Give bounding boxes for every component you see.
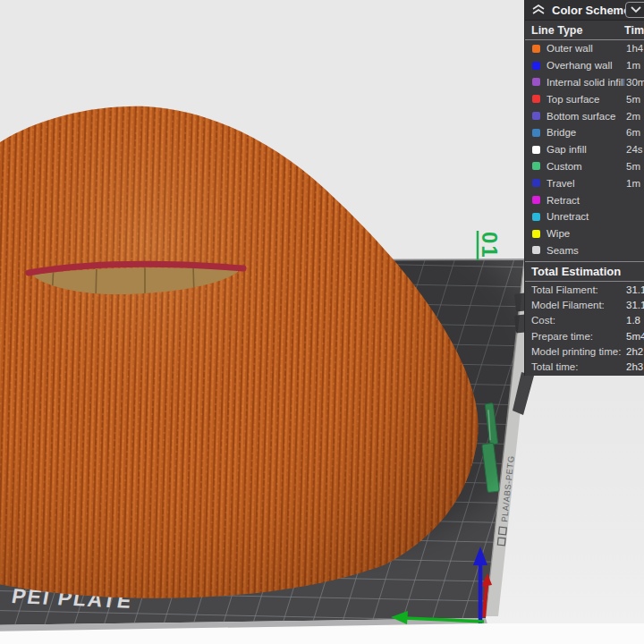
- model-preview[interactable]: [0, 106, 479, 598]
- line-type-row: Travel 1m: [525, 174, 644, 191]
- line-type-row: Custom 5m: [525, 158, 644, 175]
- estimation-row: Total Filament: 31.1: [525, 282, 644, 297]
- estimation-value: 1.8: [624, 315, 640, 326]
- estimation-label: Cost:: [531, 315, 555, 326]
- line-type-color-chip: [532, 230, 540, 238]
- line-type-label: Retract: [547, 195, 580, 206]
- estimation-value: 31.1: [624, 300, 644, 310]
- line-type-color-chip: [532, 162, 540, 170]
- chevron-down-icon: [631, 4, 641, 16]
- line-type-time: 6m: [624, 127, 640, 138]
- line-type-time: 1m: [624, 178, 640, 189]
- line-type-row: Top surface 5m: [525, 90, 644, 107]
- line-type-label: Internal solid infill: [547, 77, 625, 88]
- line-type-row: Unretract: [525, 208, 644, 225]
- line-type-time: 5m: [624, 161, 640, 172]
- line-type-row: Outer wall 1h4: [525, 40, 644, 57]
- line-type-row: Overhang wall 1m: [525, 57, 644, 74]
- estimation-value: 2h2: [624, 346, 643, 357]
- line-type-label: Bridge: [547, 127, 576, 138]
- line-type-label: Unretract: [547, 211, 589, 222]
- line-type-color-chip: [532, 62, 540, 70]
- line-type-label: Custom: [547, 161, 582, 172]
- estimation-row: Cost: 1.8: [525, 313, 644, 328]
- line-type-color-chip: [532, 112, 540, 120]
- estimation-value: 2h3: [624, 361, 643, 372]
- line-type-color-chip: [532, 129, 540, 137]
- estimation-label: Model Filament:: [531, 300, 605, 310]
- line-type-time: 1h4: [624, 43, 643, 54]
- plate-number-label: 01: [478, 232, 502, 259]
- model-shading: [0, 106, 479, 598]
- line-type-label: Seams: [547, 245, 579, 256]
- total-estimation-title: Total Estimation: [525, 261, 644, 282]
- line-type-label: Bottom surface: [547, 111, 615, 122]
- line-type-color-chip: [532, 146, 540, 154]
- line-type-color-chip: [532, 196, 540, 204]
- estimation-row: Model printing time: 2h2: [525, 343, 644, 359]
- line-type-row: Retract: [525, 191, 644, 208]
- line-type-color-chip: [532, 179, 540, 187]
- estimation-value: 31.1: [624, 284, 644, 295]
- line-type-label: Outer wall: [547, 43, 593, 54]
- line-type-row: Internal solid infill 30m: [525, 74, 644, 91]
- estimation-value: 5m4: [624, 331, 644, 342]
- line-type-row: Bottom surface 2m: [525, 107, 644, 124]
- line-type-time: 2m: [624, 111, 640, 122]
- line-type-color-chip: [532, 246, 540, 254]
- line-type-color-chip: [532, 45, 540, 53]
- line-type-time: 5m: [624, 94, 640, 105]
- estimation-label: Prepare time:: [531, 331, 593, 342]
- panel-header: Color Scheme: [525, 0, 644, 21]
- collapse-panel-icon[interactable]: [532, 4, 545, 15]
- line-type-row: Gap infill 24s: [525, 141, 644, 158]
- line-type-label: Top surface: [547, 94, 599, 105]
- line-type-label: Travel: [547, 178, 575, 189]
- legend-column-header: Line Type Time: [525, 21, 644, 40]
- column-time: Time: [624, 24, 644, 37]
- color-scheme-dropdown[interactable]: [625, 2, 644, 18]
- estimation-row: Prepare time: 5m4: [525, 328, 644, 343]
- estimation-row: Total time: 2h3: [525, 359, 644, 374]
- estimation-label: Model printing time:: [531, 346, 621, 357]
- line-type-color-chip: [532, 213, 540, 221]
- line-type-color-chip: [532, 95, 540, 103]
- column-line-type: Line Type: [531, 24, 582, 37]
- line-type-label: Wipe: [547, 228, 570, 239]
- plate-number[interactable]: 01: [478, 231, 502, 260]
- line-type-label: Gap infill: [547, 144, 587, 155]
- estimation-label: Total Filament:: [531, 284, 598, 295]
- estimation-label: Total time:: [531, 361, 578, 372]
- estimation-row: Model Filament: 31.1: [525, 298, 644, 313]
- line-type-row: Wipe: [525, 225, 644, 242]
- line-type-time: 1m: [624, 60, 640, 71]
- line-type-row: Bridge 6m: [525, 124, 644, 141]
- line-type-color-chip: [532, 78, 540, 86]
- color-scheme-panel: Color Scheme Line Type Time Outer wall 1…: [524, 0, 644, 376]
- line-type-row: Seams: [525, 242, 644, 259]
- line-type-time: 24s: [624, 144, 643, 155]
- panel-title: Color Scheme: [552, 4, 630, 17]
- line-type-time: 30m: [624, 77, 644, 88]
- line-type-label: Overhang wall: [547, 60, 613, 71]
